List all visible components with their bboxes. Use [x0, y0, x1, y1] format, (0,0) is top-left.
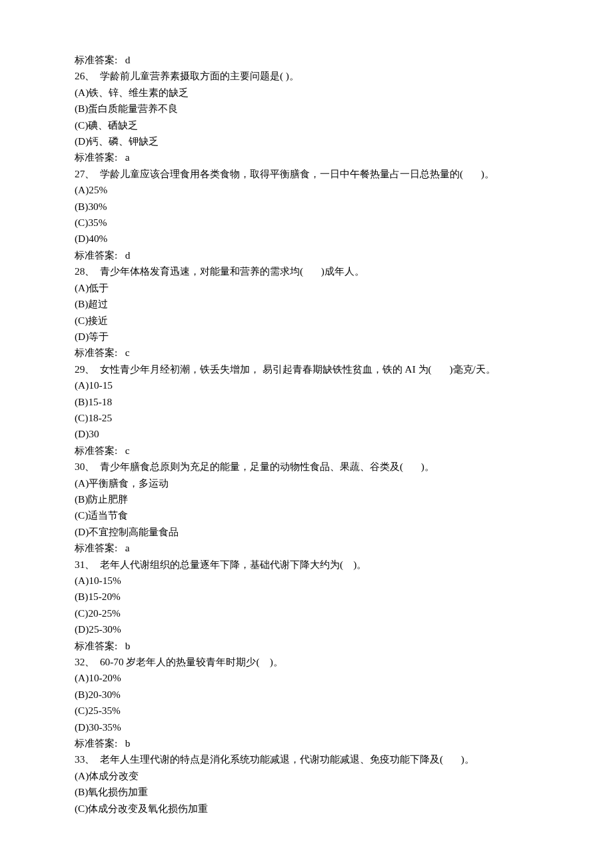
- text-line: (B)蛋白质能量营养不良: [75, 101, 538, 117]
- text-line: (C)18-25: [75, 410, 538, 426]
- text-line: 标准答案: d: [75, 247, 538, 263]
- text-line: 30、 青少年膳食总原则为充足的能量，足量的动物性食品、果蔬、谷类及( )。: [75, 459, 538, 475]
- text-line: 标准答案: c: [75, 443, 538, 459]
- text-line: 标准答案: d: [75, 52, 538, 68]
- text-line: (C)接近: [75, 313, 538, 329]
- text-line: (B)氧化损伤加重: [75, 784, 538, 800]
- text-line: 标准答案: c: [75, 345, 538, 361]
- text-line: 标准答案: b: [75, 735, 538, 751]
- text-line: 28、 青少年体格发育迅速，对能量和营养的需求均( )成年人。: [75, 263, 538, 279]
- text-line: (D)钙、磷、钾缺乏: [75, 133, 538, 149]
- text-line: (A)平衡膳食，多运动: [75, 475, 538, 491]
- text-line: 26、 学龄前儿童营养素摄取方面的主要问题是( )。: [75, 68, 538, 84]
- text-line: 标准答案: a: [75, 540, 538, 556]
- text-line: (A)10-15: [75, 377, 538, 393]
- text-line: (A)25%: [75, 182, 538, 198]
- text-line: (B)超过: [75, 296, 538, 312]
- text-line: (D)25-30%: [75, 621, 538, 637]
- text-line: 33、 老年人生理代谢的特点是消化系统功能减退，代谢功能减退、免疫功能下降及( …: [75, 751, 538, 767]
- text-line: (A)体成分改变: [75, 768, 538, 784]
- text-line: (B)15-18: [75, 394, 538, 410]
- text-line: (D)40%: [75, 231, 538, 247]
- text-line: (D)30-35%: [75, 719, 538, 735]
- text-line: (B)防止肥胖: [75, 491, 538, 507]
- text-line: 标准答案: b: [75, 638, 538, 654]
- text-line: (D)不宜控制高能量食品: [75, 524, 538, 540]
- text-line: 标准答案: a: [75, 149, 538, 165]
- text-line: (B)30%: [75, 199, 538, 215]
- text-line: (A)10-15%: [75, 573, 538, 589]
- text-line: (C)35%: [75, 215, 538, 231]
- text-line: 31、 老年人代谢组织的总量逐年下降，基础代谢下降大约为( )。: [75, 557, 538, 573]
- text-line: (A)铁、锌、维生素的缺乏: [75, 85, 538, 101]
- text-line: (B)15-20%: [75, 589, 538, 605]
- text-line: (B)20-30%: [75, 687, 538, 703]
- text-line: (A)10-20%: [75, 670, 538, 686]
- text-line: (C)碘、硒缺乏: [75, 117, 538, 133]
- text-line: 32、 60-70 岁老年人的热量较青年时期少( )。: [75, 654, 538, 670]
- text-line: 29、 女性青少年月经初潮，铁丢失增加， 易引起青春期缺铁性贫血，铁的 AI 为…: [75, 361, 538, 377]
- text-line: (C)适当节食: [75, 507, 538, 523]
- text-line: (C)体成分改变及氧化损伤加重: [75, 801, 538, 817]
- text-line: (D)30: [75, 426, 538, 442]
- text-line: (C)25-35%: [75, 703, 538, 719]
- text-line: (C)20-25%: [75, 605, 538, 621]
- text-line: (D)等于: [75, 329, 538, 345]
- text-line: (A)低于: [75, 280, 538, 296]
- document-body: 标准答案: d26、 学龄前儿童营养素摄取方面的主要问题是( )。(A)铁、锌、…: [75, 52, 538, 817]
- text-line: 27、 学龄儿童应该合理食用各类食物，取得平衡膳食，一日中午餐热量占一日总热量的…: [75, 166, 538, 182]
